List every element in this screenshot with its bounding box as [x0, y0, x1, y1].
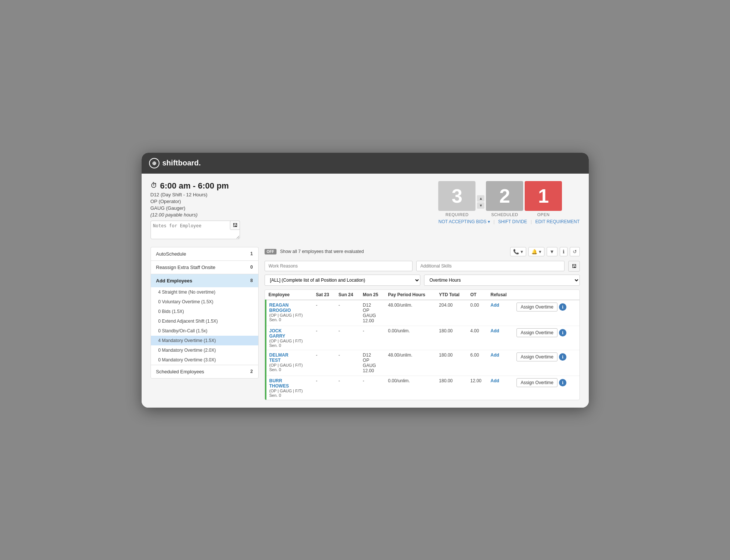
emp-sat23-3: -: [313, 350, 336, 376]
scheduled-label: SCHEDULED: [486, 212, 523, 217]
info-btn-4[interactable]: ℹ: [559, 379, 566, 386]
emp-name-cell: REAGAN BROGGIO (OP | GAUG | F/T) Sen. 0: [266, 300, 313, 326]
emp-name-1b[interactable]: BROGGIO: [269, 308, 310, 313]
table-row: REAGAN BROGGIO (OP | GAUG | F/T) Sen. 0 …: [266, 300, 579, 326]
sidebar-sub-standby[interactable]: 0 Standby/On-Call (1.5x): [151, 326, 259, 336]
not-accepting-bids-link[interactable]: NOT ACCEPTING BIDS ▾: [438, 219, 491, 224]
assign-btn-4[interactable]: Assign Overtime: [516, 378, 557, 387]
sidebar: AutoSchedule 1 Reassign Extra Staff Onsi…: [151, 247, 259, 400]
col-ytd: YTD Total: [436, 290, 467, 300]
sidebar-sub-straight-time[interactable]: 4 Straight time (No overtime): [151, 287, 259, 297]
sidebar-item-autoschedule[interactable]: AutoSchedule 1: [151, 247, 259, 260]
info-filter-btn[interactable]: ℹ: [560, 247, 568, 256]
position-dropdown[interactable]: [ALL] (Complete list of all Position and…: [265, 275, 420, 286]
emp-sat23-4: -: [313, 376, 336, 400]
main-content: ⏱ 6:00 am - 6:00 pm D12 (Day Shift - 12 …: [142, 174, 589, 408]
shift-line1: D12 (Day Shift - 12 Hours): [151, 192, 240, 197]
emp-name-3b[interactable]: TEST: [269, 358, 310, 363]
toggle-off-badge[interactable]: OFF: [265, 249, 276, 254]
action-links: NOT ACCEPTING BIDS ▾ | SHIFT DIVIDE | ED…: [438, 219, 579, 224]
emp-actions-4: Assign Overtime ℹ: [513, 376, 579, 400]
emp-name-3a[interactable]: DELMAR: [269, 352, 310, 358]
sidebar-sub-mandatory-20[interactable]: 0 Mandatory Overtime (2.0X): [151, 345, 259, 355]
arrow-up[interactable]: ▲: [477, 195, 484, 202]
emp-sat23-2: -: [313, 326, 336, 350]
emp-add-1[interactable]: Add: [487, 300, 513, 326]
filter-bar: OFF Show all 7 employees that were evalu…: [265, 247, 580, 256]
shift-line3: GAUG (Gauger): [151, 205, 240, 211]
emp-actions-2: Assign Overtime ℹ: [513, 326, 579, 350]
phone-filter-btn[interactable]: 📞 ▾: [510, 247, 526, 256]
table-row: JOCK GARRY (OP | GAUG | F/T) Sen. 0 - - …: [266, 326, 579, 350]
emp-mon25-1: D12 OP GAUG 12.00: [360, 300, 385, 326]
filter-text: Show all 7 employees that were evaluated: [280, 249, 364, 254]
overtime-dropdown[interactable]: Overtime Hours: [424, 275, 580, 286]
sidebar-sub-mandatory-30[interactable]: 0 Mandatory Overtime (3.0X): [151, 355, 259, 365]
emp-name-1a[interactable]: REAGAN: [269, 303, 310, 308]
assign-btn-1[interactable]: Assign Overtime: [516, 303, 557, 311]
inputs-row: 🖫: [265, 261, 580, 272]
scheduled-number: 2: [486, 181, 523, 211]
additional-skills-input[interactable]: [416, 261, 565, 271]
emp-seniority-1: Sen. 0: [269, 317, 310, 322]
emp-actions-1: Assign Overtime ℹ: [513, 300, 579, 326]
emp-actions-3: Assign Overtime ℹ: [513, 350, 579, 376]
sidebar-item-add-employees[interactable]: Add Employees 8: [151, 274, 259, 287]
add-link-4[interactable]: Add: [490, 378, 499, 383]
emp-name-cell-4: BURR THOWES (OP | GAUG | F/T) Sen. 0: [266, 376, 313, 400]
table-row: DELMAR TEST (OP | GAUG | F/T) Sen. 0 - -…: [266, 350, 579, 376]
shift-divide-link[interactable]: SHIFT DIVIDE: [498, 219, 527, 224]
info-btn-1[interactable]: ℹ: [559, 303, 566, 311]
add-link-1[interactable]: Add: [490, 303, 499, 308]
main-panel: OFF Show all 7 employees that were evalu…: [265, 247, 580, 400]
emp-name-2a[interactable]: JOCK: [269, 328, 310, 333]
sidebar-item-reassign[interactable]: Reassign Extra Staff Onsite 0: [151, 260, 259, 274]
bell-filter-btn[interactable]: 🔔 ▾: [528, 247, 544, 256]
emp-ot-3: 6.00: [467, 350, 487, 376]
emp-mon25-2: -: [360, 326, 385, 350]
filter-btn[interactable]: ▼: [547, 247, 557, 256]
top-section: ⏱ 6:00 am - 6:00 pm D12 (Day Shift - 12 …: [151, 181, 580, 240]
sidebar-item-scheduled[interactable]: Scheduled Employees 2: [151, 365, 259, 379]
col-mon25: Mon 25: [360, 290, 385, 300]
col-ot: OT: [467, 290, 487, 300]
info-btn-3[interactable]: ℹ: [559, 353, 566, 361]
emp-name-4a[interactable]: BURR: [269, 378, 310, 383]
info-btn-2[interactable]: ℹ: [559, 329, 566, 336]
edit-requirement-link[interactable]: EDIT REQUIREMENT: [535, 219, 579, 224]
assign-btn-2[interactable]: Assign Overtime: [516, 328, 557, 337]
emp-name-4b[interactable]: THOWES: [269, 383, 310, 389]
emp-sun24-4: -: [335, 376, 360, 400]
emp-seniority-2: Sen. 0: [269, 343, 310, 348]
sidebar-sub-extend-adj[interactable]: 0 Extend Adjacent Shift (1.5X): [151, 316, 259, 326]
save-filter-btn[interactable]: 🖫: [568, 261, 580, 272]
sidebar-sub-voluntary-ot[interactable]: 0 Voluntary Overtime (1.5X): [151, 297, 259, 307]
sidebar-sub-mandatory-15[interactable]: 4 Mandatory Overtime (1.5X): [151, 336, 259, 345]
emp-add-3[interactable]: Add: [487, 350, 513, 376]
add-link-3[interactable]: Add: [490, 352, 499, 358]
emp-add-2[interactable]: Add: [487, 326, 513, 350]
notes-icon-button[interactable]: 🖫: [230, 221, 240, 230]
emp-pay-2: 0.00/unlim.: [385, 326, 436, 350]
arrows-col: ▲ ▼: [477, 195, 484, 209]
employee-table: Employee Sat 23 Sun 24 Mon 25 Pay Period…: [265, 290, 579, 400]
emp-name-2b[interactable]: GARRY: [269, 333, 310, 339]
emp-name-cell-2: JOCK GARRY (OP | GAUG | F/T) Sen. 0: [266, 326, 313, 350]
emp-add-4[interactable]: Add: [487, 376, 513, 400]
open-number: 1: [525, 181, 562, 211]
add-link-2[interactable]: Add: [490, 328, 499, 333]
emp-ytd-1: 204.00: [436, 300, 467, 326]
shift-time: ⏱ 6:00 am - 6:00 pm: [151, 181, 240, 191]
sidebar-sub-bids[interactable]: 0 Bids (1.5X): [151, 307, 259, 316]
main-window: ⊕ shiftboard. ⏱ 6:00 am - 6:00 pm D12 (D…: [142, 153, 589, 408]
shift-line2: OP (Operator): [151, 199, 240, 204]
arrow-down[interactable]: ▼: [477, 202, 484, 209]
emp-mon25-4: -: [360, 376, 385, 400]
assign-btn-3[interactable]: Assign Overtime: [516, 352, 557, 361]
emp-seniority-4: Sen. 0: [269, 393, 310, 398]
work-reasons-input[interactable]: [265, 261, 413, 271]
open-label: OPEN: [525, 212, 562, 217]
emp-pay-4: 0.00/unlim.: [385, 376, 436, 400]
notes-input[interactable]: [151, 221, 240, 239]
refresh-btn[interactable]: ↺: [570, 247, 580, 256]
